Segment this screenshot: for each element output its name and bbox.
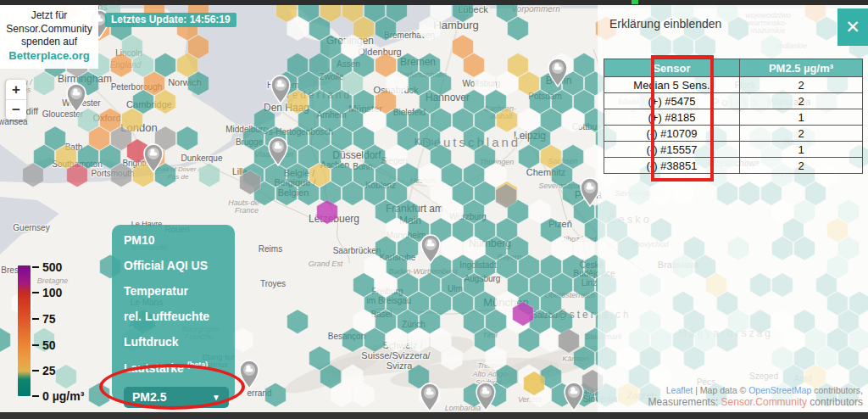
- layer-item-rel-luftfeuchte[interactable]: rel. Luftfeuchte: [124, 310, 235, 323]
- table-cell: 2: [740, 93, 863, 109]
- donation-box: Jetzt für Sensor.Community spenden auf B…: [0, 5, 98, 69]
- bottom-black-bar: [0, 412, 868, 419]
- layer-item-pm10[interactable]: PM10: [124, 233, 235, 247]
- table-header-cell: PM2.5 µg/m³: [740, 59, 863, 77]
- scale-tick-label: 75: [42, 312, 56, 326]
- table-row: (+) #81851: [604, 109, 863, 126]
- color-scale-gradient: [18, 265, 31, 396]
- scale-tick: [32, 266, 39, 268]
- svg-text:Saarbrücken: Saarbrücken: [333, 246, 381, 255]
- donation-line: spenden auf: [2, 36, 97, 49]
- scale-tick: [32, 395, 39, 397]
- table-cell: 2: [740, 126, 863, 142]
- scale-tick-label: 500: [42, 260, 62, 274]
- layer-menu: PM10Official AQI USTemperaturrel. Luftfe…: [112, 225, 235, 401]
- scale-tick: [32, 370, 39, 372]
- scale-tick-label: 0 µg/m³: [42, 389, 84, 403]
- svg-text:Dunkerque: Dunkerque: [181, 154, 223, 163]
- svg-text:Vorpommern: Vorpommern: [511, 4, 560, 14]
- color-scale-legend: 5001007550250 µg/m³: [15, 254, 108, 407]
- table-cell: Median 5 Sens.: [604, 77, 740, 93]
- sensor-table-header: SensorPM2.5 µg/m³: [604, 59, 863, 77]
- table-cell: (-) #15557: [604, 142, 740, 158]
- leaflet-link[interactable]: Leaflet: [666, 385, 693, 395]
- svg-text:Svizra: Svizra: [387, 360, 413, 371]
- scale-tick-label: 100: [42, 286, 62, 299]
- map-attribution: Leaflet | Map data © OpenStreetMap contr…: [648, 385, 863, 409]
- sensor-community-link[interactable]: Sensor.Community: [721, 396, 807, 408]
- scale-tick: [32, 318, 39, 320]
- last-update-badge: Letztes Update: 14:56:19: [105, 13, 236, 27]
- svg-text:France: France: [235, 206, 259, 215]
- scale-tick-label: 50: [42, 338, 56, 352]
- svg-text:Grand Est: Grand Est: [309, 260, 343, 268]
- sensor-table: SensorPM2.5 µg/m³ Median 5 Sens.2(+) #54…: [604, 59, 863, 174]
- donation-line: Sensor.Community: [2, 23, 97, 36]
- topbar-green-notch: [632, 0, 638, 4]
- explanation-panel: Erklärung einblenden ✕ SensorPM2.5 µg/m³…: [598, 5, 868, 412]
- table-cell: (+) #5475: [604, 93, 740, 109]
- layer-selected-pm25[interactable]: PM2.5 ▼: [124, 387, 229, 408]
- osm-link[interactable]: OpenStreetMap: [748, 385, 811, 395]
- table-row: (-) #388512: [604, 158, 863, 174]
- selected-layer-label: PM2.5: [132, 390, 166, 404]
- layer-item-lautstaerke[interactable]: Lautstärke (beta): [124, 360, 235, 375]
- svg-text:Reims: Reims: [259, 244, 282, 254]
- layer-item-official-aqi-us[interactable]: Official AQI US: [124, 259, 235, 272]
- close-icon[interactable]: ✕: [837, 8, 868, 46]
- panel-title: Erklärung einblenden: [609, 17, 721, 31]
- zoom-in-button[interactable]: +: [6, 80, 26, 100]
- scale-tick: [32, 344, 39, 346]
- table-row: (+) #54752: [604, 93, 863, 109]
- table-cell: 1: [740, 142, 863, 158]
- table-cell: 2: [740, 158, 863, 174]
- table-header-cell: Sensor: [604, 59, 740, 77]
- table-cell: (+) #8185: [604, 109, 740, 126]
- table-cell: (-) #38851: [604, 158, 740, 174]
- chevron-down-icon: ▼: [212, 393, 220, 402]
- svg-text:Troyes: Troyes: [260, 279, 286, 288]
- top-black-bar: [0, 0, 868, 5]
- table-row: (-) #107092: [604, 126, 863, 142]
- betterplace-link[interactable]: Betterplace.org: [2, 49, 97, 64]
- table-cell: 1: [740, 109, 863, 126]
- layer-item-temperatur[interactable]: Temperatur: [124, 284, 235, 298]
- table-row: Median 5 Sens.2: [604, 77, 863, 93]
- scale-tick-label: 25: [42, 364, 56, 377]
- donation-line: Jetzt für: [2, 9, 97, 23]
- table-cell: 2: [740, 77, 863, 93]
- table-row: (-) #155571: [604, 142, 863, 158]
- scale-tick: [32, 292, 39, 293]
- map-zoom-control: + −: [6, 80, 26, 120]
- svg-text:Guernsey: Guernsey: [13, 223, 49, 232]
- layer-item-luftdruck[interactable]: Luftdruck: [124, 335, 235, 349]
- zoom-out-button[interactable]: −: [6, 100, 26, 120]
- table-cell: (-) #10709: [604, 126, 740, 142]
